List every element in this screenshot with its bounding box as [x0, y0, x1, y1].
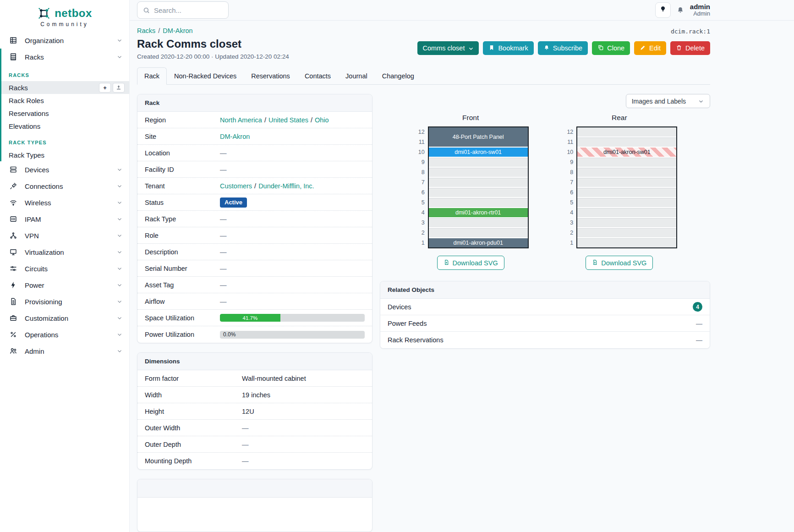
field-link[interactable]: Dunder-Mifflin, Inc.	[258, 182, 314, 190]
related-object-row[interactable]: Power Feeds—	[380, 315, 710, 332]
unit-number: 9	[413, 158, 425, 168]
field-link[interactable]: DM-Akron	[220, 133, 250, 140]
tab-journal[interactable]: Journal	[338, 67, 375, 84]
unit-number: 12	[413, 127, 425, 137]
sidebar-group-connections[interactable]: Connections	[0, 178, 129, 194]
rack-slot-empty[interactable]	[429, 218, 528, 227]
rack-slot-empty[interactable]	[429, 178, 528, 187]
edit-button[interactable]: Edit	[634, 41, 666, 55]
subscribe-button[interactable]: Subscribe	[538, 41, 588, 55]
tab-reservations[interactable]: Reservations	[244, 67, 297, 84]
page-title: Rack Comms closet	[137, 38, 289, 50]
field-row: Serial Number—	[137, 260, 372, 277]
rack-slot-empty[interactable]	[577, 198, 676, 207]
rack-device[interactable]: dmi01-akron-sw01	[429, 148, 528, 157]
dimensions-panel-header: Dimensions	[137, 353, 372, 370]
delete-button[interactable]: Delete	[670, 41, 710, 55]
import-button[interactable]	[113, 83, 125, 93]
sidebar-group-provisioning[interactable]: Provisioning	[0, 293, 129, 310]
field-value: 19 inches	[242, 391, 365, 399]
sidebar-item-elevations[interactable]: Elevations	[1, 120, 129, 132]
rack-slot-empty[interactable]	[429, 168, 528, 177]
tab-rack[interactable]: Rack	[137, 67, 167, 85]
user-menu[interactable]: admin Admin	[690, 3, 710, 17]
rack-device[interactable]: dmi01-akron-sw01	[577, 148, 676, 157]
elevation-view-select[interactable]: Images and Labels	[626, 94, 710, 108]
rack-slot-empty[interactable]	[577, 188, 676, 197]
sidebar-group-power[interactable]: Power	[0, 277, 129, 293]
download-svg-button[interactable]: Download SVG	[437, 256, 504, 270]
rack-slot-empty[interactable]	[429, 228, 528, 237]
sidebar-group-organization[interactable]: Organization	[0, 32, 129, 49]
bookmark-button[interactable]: Bookmark	[483, 41, 533, 55]
field-row: TenantCustomers/Dunder-Mifflin, Inc.	[137, 178, 372, 194]
sidebar-group-admin[interactable]: Admin	[0, 343, 129, 359]
rack-slot-empty[interactable]	[577, 158, 676, 167]
server-icon	[9, 165, 17, 174]
unit-number: 8	[561, 168, 573, 178]
sidebar-group-circuits[interactable]: Circuits	[0, 260, 129, 277]
sidebar-group-label: Organization	[25, 37, 64, 44]
sidebar: netbox Community OrganizationRacksRACKSR…	[0, 0, 130, 532]
rack-slot-empty[interactable]	[577, 228, 676, 237]
field-link[interactable]: Ohio	[315, 116, 329, 124]
tab-contacts[interactable]: Contacts	[297, 67, 338, 84]
count-badge[interactable]: 4	[693, 302, 702, 312]
breadcrumb-separator: /	[158, 27, 160, 34]
sidebar-group-vpn[interactable]: VPN	[0, 227, 129, 244]
rack-name-dropdown-button[interactable]: Comms closet	[417, 41, 479, 55]
rack-device[interactable]: 48-Port Patch Panel	[429, 127, 528, 147]
search-box[interactable]	[137, 1, 229, 19]
rack-device[interactable]: dmi01-akron-pdu01	[429, 238, 528, 247]
chevron-down-icon	[116, 315, 123, 321]
rack-slot-empty[interactable]	[577, 168, 676, 177]
tab-changelog[interactable]: Changelog	[375, 67, 422, 84]
rack-slot-empty[interactable]	[429, 158, 528, 167]
chevron-down-icon	[116, 166, 123, 173]
theme-toggle-button[interactable]	[655, 2, 671, 18]
sidebar-group-ipam[interactable]: IPAM	[0, 211, 129, 227]
sidebar-item-rack-types[interactable]: Rack Types	[1, 148, 129, 161]
notifications-bell-icon[interactable]	[676, 6, 684, 14]
sidebar-group-virtualization[interactable]: Virtualization	[0, 244, 129, 260]
field-label: Space Utilization	[145, 314, 220, 322]
field-value: DM-Akron	[220, 133, 365, 140]
sidebar-group-label: VPN	[25, 232, 39, 240]
rack-slot-empty[interactable]	[429, 188, 528, 197]
breadcrumb-racks-link[interactable]: Racks	[137, 27, 155, 34]
tab-non-racked-devices[interactable]: Non-Racked Devices	[167, 67, 244, 84]
rack-slot-empty[interactable]	[577, 208, 676, 217]
rack-slot-empty[interactable]	[577, 127, 676, 137]
rack-slot-empty[interactable]	[577, 178, 676, 187]
rack-slot-empty[interactable]	[429, 198, 528, 207]
rack-slot-empty[interactable]	[577, 137, 676, 147]
sidebar-group-customization[interactable]: Customization	[0, 310, 129, 326]
sidebar-item-racks[interactable]: Racks+	[1, 81, 129, 94]
breadcrumb-site-link[interactable]: DM-Akron	[163, 27, 192, 34]
search-input[interactable]	[154, 6, 218, 14]
edit-pencil-icon	[640, 44, 646, 52]
download-svg-button[interactable]: Download SVG	[586, 256, 653, 270]
add-button[interactable]: +	[99, 83, 111, 93]
sidebar-group-wireless[interactable]: Wireless	[0, 194, 129, 211]
field-link[interactable]: North America	[220, 116, 262, 124]
field-label: Height	[145, 408, 242, 415]
elevation-view-label: Images and Labels	[632, 98, 686, 105]
sidebar-group-racks[interactable]: Racks	[1, 49, 129, 65]
next-panel-partial	[137, 479, 372, 532]
rack-slot-empty[interactable]	[577, 218, 676, 227]
unit-number: 6	[561, 188, 573, 198]
sidebar-item-reservations[interactable]: Reservations	[1, 107, 129, 120]
related-object-row[interactable]: Rack Reservations—	[380, 332, 710, 348]
related-object-row[interactable]: Devices4	[380, 299, 710, 315]
field-label: Outer Depth	[145, 441, 242, 448]
field-link[interactable]: Customers	[220, 182, 252, 190]
clone-button[interactable]: Clone	[592, 41, 630, 55]
sidebar-group-operations[interactable]: Operations	[0, 326, 129, 343]
field-row: SiteDM-Akron	[137, 128, 372, 145]
sidebar-group-devices[interactable]: Devices	[0, 161, 129, 178]
sidebar-item-rack-roles[interactable]: Rack Roles	[1, 94, 129, 107]
rack-slot-empty[interactable]	[577, 238, 676, 247]
field-link[interactable]: United States	[268, 116, 308, 124]
rack-device[interactable]: dmi01-akron-rtr01	[429, 208, 528, 217]
